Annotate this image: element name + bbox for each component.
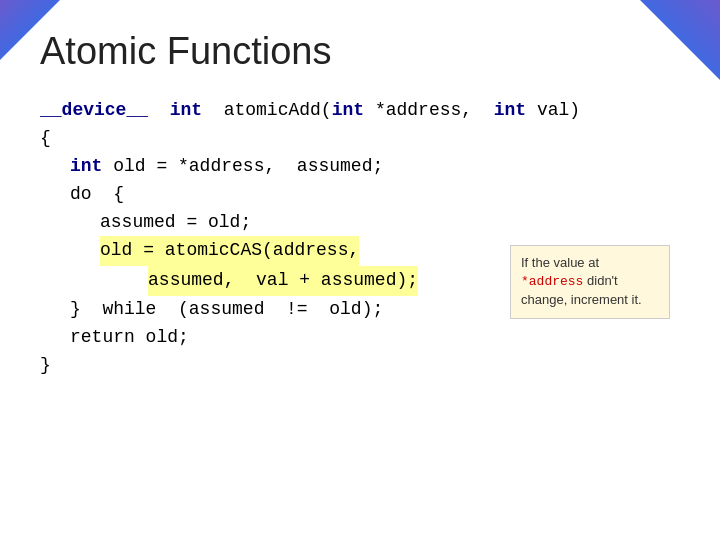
code-line-5: assumed = old; bbox=[40, 209, 680, 237]
code-line-3: int old = *address, assumed; bbox=[40, 153, 680, 181]
page-title: Atomic Functions bbox=[40, 30, 680, 73]
keyword-int-1: int bbox=[170, 97, 202, 125]
code-line-2: { bbox=[40, 125, 680, 153]
main-content: Atomic Functions __device__ int atomicAd… bbox=[40, 30, 680, 520]
code-line-10: } bbox=[40, 352, 680, 380]
keyword-device: __device__ bbox=[40, 97, 148, 125]
code-line-4: do { bbox=[40, 181, 680, 209]
code-line-9: return old; bbox=[40, 324, 680, 352]
code-block: __device__ int atomicAdd(int *address, i… bbox=[40, 97, 680, 380]
highlighted-code-2: assumed, val + assumed); bbox=[148, 266, 418, 296]
keyword-int-3: int bbox=[494, 97, 526, 125]
highlighted-code-1: old = atomicCAS(address, bbox=[100, 236, 359, 266]
tooltip-text-before: If the value at bbox=[521, 255, 599, 270]
tooltip-code-word: *address bbox=[521, 274, 583, 289]
code-line-1: __device__ int atomicAdd(int *address, i… bbox=[40, 97, 680, 125]
tooltip-box: If the value at *address didn't change, … bbox=[510, 245, 670, 319]
keyword-int-2: int bbox=[332, 97, 364, 125]
keyword-int-4: int bbox=[70, 153, 102, 181]
